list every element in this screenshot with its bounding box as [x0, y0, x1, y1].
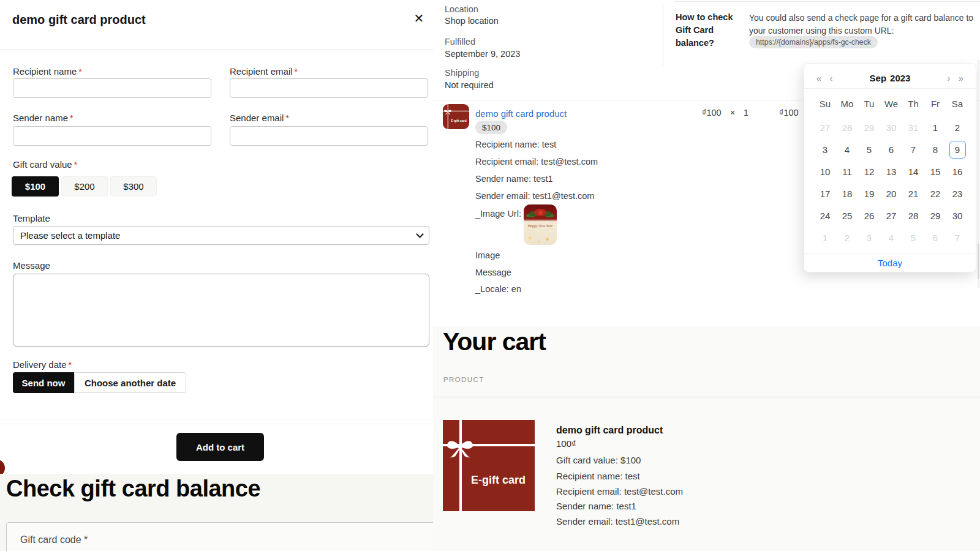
date-picker-popover: « ‹ Sep2023 › » SuMoTuWeThFrSa 272829303… [804, 63, 976, 272]
calendar-day[interactable]: 29 [924, 204, 946, 227]
order-info-label: Fulfilled [445, 37, 475, 47]
calendar-day[interactable]: 8 [924, 138, 946, 160]
bow-icon [443, 108, 452, 116]
calendar-day[interactable]: 3 [858, 227, 880, 249]
calendar-day[interactable]: 11 [836, 160, 858, 182]
template-label: Template [13, 213, 50, 223]
calendar-day[interactable]: 30 [880, 116, 902, 138]
calendar-day[interactable]: 25 [836, 204, 858, 227]
calendar-today-link[interactable]: Today [804, 258, 976, 268]
order-info-value: Shop location [445, 16, 499, 26]
line-item-thumbnail[interactable]: E-gift card [443, 104, 469, 129]
prev-month-icon[interactable]: ‹ [825, 73, 837, 83]
divider [804, 88, 976, 89]
required-asterisk: * [295, 67, 298, 77]
calendar-day[interactable]: 31 [902, 116, 924, 138]
divider [804, 253, 976, 253]
calendar-weekday-row: SuMoTuWeThFrSa [814, 94, 968, 113]
calendar-month[interactable]: Sep [870, 73, 887, 83]
page: demo gift card product ✕ Recipient name*… [0, 0, 980, 551]
prev-year-icon[interactable]: « [813, 73, 825, 83]
calendar-day[interactable]: 20 [880, 182, 902, 204]
calendar-day[interactable]: 4 [836, 138, 858, 160]
calendar-day[interactable]: 15 [924, 160, 946, 182]
calendar-day[interactable]: 4 [880, 227, 902, 249]
calendar-day[interactable]: 1 [924, 116, 946, 138]
line-item-property: Message [475, 268, 511, 277]
calendar-day[interactable]: 26 [858, 204, 880, 227]
calendar-day[interactable]: 17 [814, 182, 836, 204]
calendar-year[interactable]: 2023 [890, 73, 910, 83]
calendar-day[interactable]: 28 [902, 204, 924, 227]
calendar-day[interactable]: 24 [814, 204, 836, 227]
calendar-day[interactable]: 23 [946, 182, 968, 204]
calendar-day[interactable]: 9 [946, 138, 968, 160]
bow-icon [445, 435, 475, 460]
calendar-day[interactable]: 16 [946, 160, 968, 182]
message-field[interactable] [13, 274, 429, 347]
calendar-day[interactable]: 2 [946, 116, 968, 138]
cart-item-price: 100₫ [556, 438, 576, 449]
script-text-art: Happy New Year [524, 224, 557, 228]
cart-item-title: demo gift card product [556, 425, 663, 436]
calendar-day[interactable]: 2 [836, 227, 858, 249]
calendar-day[interactable]: 28 [836, 116, 858, 138]
delivery-date-label: Delivery date* [13, 359, 72, 370]
value-option-300[interactable]: $300 [110, 176, 157, 197]
gift-card-template-image: Happy New Year [524, 204, 557, 245]
next-year-icon[interactable]: » [955, 73, 967, 83]
sender-email-field[interactable] [230, 126, 428, 146]
calendar-day[interactable]: 30 [946, 204, 968, 227]
divider [663, 4, 663, 66]
calendar-day[interactable]: 12 [858, 160, 880, 182]
calendar-day[interactable]: 1 [814, 227, 836, 249]
close-icon[interactable]: ✕ [410, 10, 428, 27]
send-now-button[interactable]: Send now [13, 372, 74, 393]
sender-name-label: Sender name* [13, 113, 74, 123]
cart-item-detail: Gift card value: $100 [556, 455, 641, 465]
help-body: You could also send a check page for a g… [749, 12, 980, 37]
calendar-weekday: Tu [858, 94, 880, 113]
calendar-day[interactable]: 13 [880, 160, 902, 182]
order-info-value: Not required [445, 80, 494, 90]
line-item-title-link[interactable]: demo gift card product [475, 108, 567, 119]
calendar-header: « ‹ Sep2023 › » [813, 70, 967, 86]
calendar-day[interactable]: 18 [836, 182, 858, 204]
calendar-day[interactable]: 10 [814, 160, 836, 182]
template-select-wrap: Please select a template [13, 226, 429, 245]
calendar-day[interactable]: 7 [946, 227, 968, 249]
calendar-day[interactable]: 3 [814, 138, 836, 160]
calendar-day[interactable]: 21 [902, 182, 924, 204]
calendar-day[interactable]: 27 [814, 116, 836, 138]
calendar-weekday: Th [902, 94, 924, 113]
choose-another-date-button[interactable]: Choose another date [74, 372, 186, 393]
recipient-name-label: Recipient name* [13, 66, 82, 77]
calendar-day[interactable]: 5 [902, 227, 924, 249]
sender-name-field[interactable] [13, 126, 211, 146]
cart-item-detail: Recipient email: test@test.com [556, 486, 683, 497]
add-to-cart-button[interactable]: Add to cart [176, 433, 264, 461]
gift-card-art: E-gift card [443, 420, 535, 511]
template-select[interactable]: Please select a template [13, 226, 429, 245]
line-item-property: Sender name: test1 [475, 174, 553, 184]
ribbon-vertical [459, 420, 462, 511]
cart-column-header: PRODUCT [443, 376, 484, 383]
required-asterisk: * [78, 67, 81, 77]
value-option-100[interactable]: $100 [12, 176, 59, 197]
calendar-day[interactable]: 19 [858, 182, 880, 204]
calendar-day[interactable]: 6 [880, 138, 902, 160]
recipient-email-field[interactable] [230, 78, 428, 98]
calendar-day[interactable]: 6 [924, 227, 946, 249]
calendar-day[interactable]: 5 [858, 138, 880, 160]
calendar-day[interactable]: 27 [880, 204, 902, 227]
calendar-day[interactable]: 22 [924, 182, 946, 204]
gift-card-code-input[interactable] [6, 522, 433, 551]
value-option-200[interactable]: $200 [61, 176, 108, 197]
recipient-name-field[interactable] [13, 78, 211, 98]
calendar-day[interactable]: 7 [902, 138, 924, 160]
calendar-day[interactable]: 14 [902, 160, 924, 182]
calendar-day[interactable]: 29 [858, 116, 880, 138]
scrollbar-thumb[interactable] [978, 244, 979, 279]
next-month-icon[interactable]: › [943, 73, 955, 83]
gift-card-art: E-gift card [443, 104, 469, 129]
